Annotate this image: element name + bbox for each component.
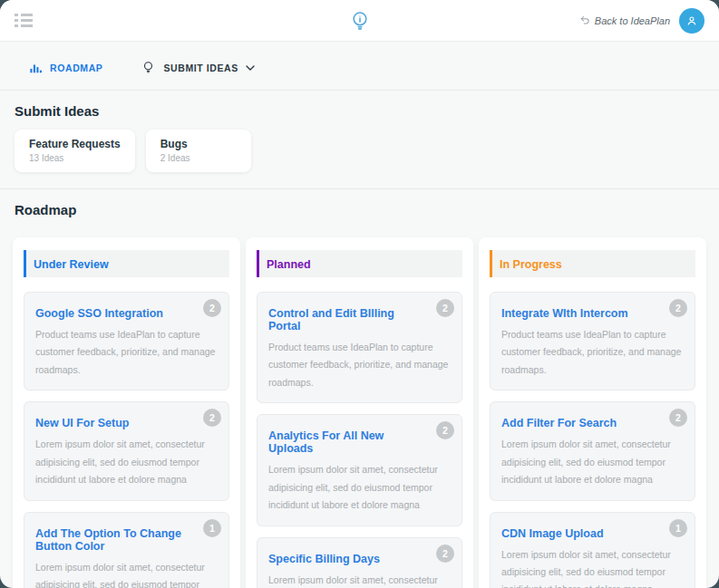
menu-list-icon[interactable] — [15, 14, 33, 27]
idea-description: Product teams use IdeaPlan to capture cu… — [268, 339, 451, 391]
category-name: Bugs — [160, 138, 237, 150]
column-title: Planned — [267, 258, 311, 271]
vote-count-badge[interactable]: 2 — [436, 299, 454, 317]
menu-list-row — [15, 24, 33, 27]
idea-card[interactable]: 2 Add Filter For Search Lorem ipsum dolo… — [490, 401, 695, 500]
column-header: Under Review — [24, 250, 229, 277]
vote-count-badge[interactable]: 2 — [203, 409, 221, 427]
back-arrow-icon — [579, 15, 590, 26]
idea-title[interactable]: CDN Image Upload — [501, 527, 684, 540]
user-avatar[interactable] — [679, 8, 704, 34]
submit-category-card[interactable]: Feature Requests 13 Ideas — [15, 130, 135, 172]
lightbulb-icon — [141, 60, 156, 75]
submit-ideas-heading: Submit Ideas — [0, 91, 719, 130]
idea-card[interactable]: 2 Integrate WIth Intercom Product teams … — [490, 292, 695, 390]
idea-description: Lorem ipsum dolor sit amet, consectetur … — [35, 436, 218, 488]
idea-title[interactable]: Add Filter For Search — [501, 417, 684, 429]
tab-roadmap-label: ROADMAP — [50, 63, 102, 73]
column-header: In Progress — [490, 250, 695, 277]
card-list: 2 Google SSO Integration Product teams u… — [24, 292, 229, 588]
idea-description: Lorem ipsum dolor sit amet, consectetur … — [501, 436, 684, 488]
roadmap-heading: Roadmap — [0, 189, 719, 228]
idea-title[interactable]: Control and Edit BIlling Portal — [268, 307, 451, 333]
vote-count-badge[interactable]: 1 — [669, 519, 687, 537]
idea-title[interactable]: Analytics For All New Uploads — [268, 429, 451, 455]
top-header: Back to IdeaPlan — [0, 0, 719, 42]
idea-card[interactable]: 2 Control and Edit BIlling Portal Produc… — [257, 292, 462, 403]
vote-count-badge[interactable]: 1 — [203, 519, 221, 537]
lightbulb-logo-icon[interactable] — [348, 9, 372, 33]
vote-count-badge[interactable]: 2 — [436, 545, 454, 563]
card-list: 2 Control and Edit BIlling Portal Produc… — [257, 292, 462, 588]
menu-list-row — [15, 19, 33, 22]
menu-list-row — [15, 14, 33, 16]
app-window: Back to IdeaPlan ROADMAP — [0, 0, 719, 588]
category-name: Feature Requests — [29, 138, 121, 150]
back-to-ideaplan-link[interactable]: Back to IdeaPlan — [579, 15, 670, 26]
roadmap-column: Planned 2 Control and Edit BIlling Porta… — [246, 237, 473, 588]
idea-card[interactable]: 2 Google SSO Integration Product teams u… — [24, 292, 229, 390]
roadmap-column: In Progress 2 Integrate WIth Intercom Pr… — [479, 237, 706, 588]
column-title: Under Review — [34, 258, 109, 271]
vote-count-badge[interactable]: 2 — [669, 409, 687, 427]
idea-description: Lorem ipsum dolor sit amet, consectetur … — [268, 572, 451, 588]
idea-card[interactable]: 2 Analytics For All New Uploads Lorem ip… — [257, 414, 462, 525]
submit-category-card[interactable]: Bugs 2 Ideas — [146, 130, 251, 172]
idea-card[interactable]: 1 Add The Option To Change Button Color … — [24, 512, 229, 588]
idea-description: Lorem ipsum dolor sit amet, consectetur … — [268, 461, 451, 514]
idea-title[interactable]: Add The Option To Change Button Color — [35, 527, 218, 553]
idea-card[interactable]: 2 Specific Billing Days Lorem ipsum dolo… — [257, 537, 462, 588]
board-nav: ROADMAP SUBMIT IDEAS — [0, 42, 719, 90]
category-count: 13 Ideas — [29, 153, 121, 163]
idea-description: Lorem ipsum dolor sit amet, consectetur … — [35, 559, 218, 588]
idea-description: Lorem ipsum dolor sit amet, consectetur … — [501, 546, 684, 588]
idea-description: Product teams use IdeaPlan to capture cu… — [35, 326, 218, 379]
idea-title[interactable]: New UI For Setup — [35, 417, 218, 429]
idea-title[interactable]: Google SSO Integration — [35, 307, 218, 320]
user-icon — [685, 14, 698, 27]
tab-submit-ideas-label: SUBMIT IDEAS — [163, 63, 238, 73]
roadmap-column: Under Review 2 Google SSO Integration Pr… — [13, 237, 240, 588]
bar-chart-icon — [29, 62, 43, 74]
idea-description: Product teams use IdeaPlan to capture cu… — [501, 326, 684, 379]
chevron-down-icon — [246, 64, 255, 72]
category-count: 2 Ideas — [160, 153, 237, 163]
tab-roadmap[interactable]: ROADMAP — [29, 62, 102, 74]
vote-count-badge[interactable]: 2 — [669, 299, 687, 317]
header-right-group: Back to IdeaPlan — [579, 8, 704, 34]
idea-card[interactable]: 2 New UI For Setup Lorem ipsum dolor sit… — [24, 401, 229, 500]
card-list: 2 Integrate WIth Intercom Product teams … — [490, 292, 695, 588]
idea-title[interactable]: Specific Billing Days — [268, 553, 451, 565]
column-title: In Progress — [500, 258, 562, 271]
roadmap-board: Under Review 2 Google SSO Integration Pr… — [0, 228, 719, 588]
idea-card[interactable]: 1 CDN Image Upload Lorem ipsum dolor sit… — [490, 512, 695, 588]
back-link-label: Back to IdeaPlan — [595, 15, 670, 26]
category-row: Feature Requests 13 Ideas Bugs 2 Ideas — [0, 130, 719, 188]
tab-submit-ideas[interactable]: SUBMIT IDEAS — [141, 60, 254, 75]
vote-count-badge[interactable]: 2 — [436, 421, 454, 439]
vote-count-badge[interactable]: 2 — [203, 299, 221, 317]
column-header: Planned — [257, 250, 462, 277]
idea-title[interactable]: Integrate WIth Intercom — [501, 307, 684, 320]
